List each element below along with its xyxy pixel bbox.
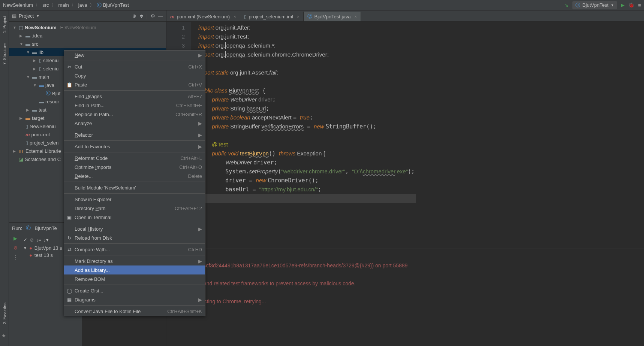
menu-item[interactable]: Show in Explorer <box>64 195 205 204</box>
close-icon[interactable]: × <box>297 14 299 19</box>
chevron-down-icon[interactable]: ▼ <box>26 75 31 79</box>
check-icon[interactable]: ✓ <box>23 237 27 243</box>
menu-item[interactable]: Delete...Delete <box>64 172 205 180</box>
chevron-right-icon[interactable]: ▶ <box>13 149 17 153</box>
breadcrumb-item[interactable]: src <box>42 2 49 8</box>
chevron-down-icon[interactable]: ▼ <box>19 42 24 46</box>
menu-item-label: New <box>75 52 84 58</box>
context-menu[interactable]: New▶✂CutCtrl+XCopy📋PasteCtrl+VFind Usage… <box>64 50 205 316</box>
chevron-down-icon[interactable]: ▼ <box>33 83 37 87</box>
menu-item[interactable]: Mark Directory as▶ <box>64 257 205 265</box>
chevron-right-icon[interactable]: ▶ <box>33 58 37 63</box>
menu-separator <box>64 243 205 244</box>
menu-item[interactable]: Optimize ImportsCtrl+Alt+O <box>64 163 205 172</box>
chevron-right-icon[interactable]: ▶ <box>19 116 24 120</box>
chevron-down-icon[interactable]: ▼ <box>36 14 39 18</box>
tree-item-path: E:\NewSelenium <box>60 25 96 30</box>
menu-item[interactable]: Build Module 'NewSelenium' <box>64 183 205 192</box>
menu-item[interactable]: Analyze▶ <box>64 119 205 128</box>
error-icon[interactable]: ⊘ <box>13 245 18 251</box>
menu-item-label: Paste <box>75 82 87 88</box>
editor-tab[interactable]: ▯project_selenium.iml× <box>240 12 304 21</box>
class-icon: Ⓒ <box>46 90 51 97</box>
tree-item-label: Bjut <box>52 91 60 96</box>
project-toolwindow-tab[interactable]: 1: Project <box>1 14 7 34</box>
chevron-down-icon: ▼ <box>611 3 614 7</box>
run-config-dropdown[interactable]: Ⓒ BjutVpnTest ▼ <box>572 1 617 9</box>
hide-icon[interactable]: — <box>158 13 163 19</box>
run-button[interactable]: ▶ <box>621 2 625 8</box>
breadcrumb-item[interactable]: main <box>58 2 69 8</box>
menu-item[interactable]: ▦Diagrams▶ <box>64 295 205 304</box>
gear-icon[interactable]: ⚙ <box>151 13 155 19</box>
menu-icon: ⇄ <box>66 247 72 252</box>
tree-item-label: java <box>45 82 54 88</box>
menu-item[interactable]: Reformat CodeCtrl+Alt+L <box>64 154 205 163</box>
build-icon[interactable]: ↘ <box>565 2 569 8</box>
sort-icon[interactable]: ↓≡ <box>36 237 41 243</box>
chevron-right-icon[interactable]: ▶ <box>19 34 24 38</box>
menu-separator <box>64 182 205 182</box>
chevron-right-icon[interactable]: ▶ <box>26 108 31 112</box>
breadcrumb-item[interactable]: BjutVpnTest <box>103 2 129 8</box>
code-content[interactable]: import org.junit.After; import org.junit… <box>191 22 644 249</box>
stop-button[interactable]: ■ <box>638 2 641 8</box>
tree-item[interactable]: ▼▬src <box>9 40 166 48</box>
tree-item-label: src <box>32 41 38 47</box>
filter-icon[interactable]: ↓▾ <box>43 237 49 243</box>
menu-separator <box>64 90 205 91</box>
editor-tab[interactable]: ⒸBjutVpnTest.java× <box>304 12 361 21</box>
console-output[interactable]: bin\java.exe ...29.6 (255758eccf3d244491… <box>166 249 644 309</box>
menu-item[interactable]: Replace in Path...Ctrl+Shift+R <box>64 110 205 119</box>
menu-item[interactable]: 📋PasteCtrl+V <box>64 80 205 89</box>
menu-shortcut: Ctrl+V <box>189 82 202 88</box>
menu-item[interactable]: ▣Open in Terminal <box>64 213 205 222</box>
menu-item[interactable]: Directory PathCtrl+Alt+F12 <box>64 204 205 213</box>
menu-item[interactable]: ◯Create Gist... <box>64 286 205 295</box>
debug-button[interactable]: 🐞 <box>628 2 634 8</box>
target-icon[interactable]: ⊕ <box>132 13 136 19</box>
editor-tab[interactable]: mpom.xml (NewSelenium)× <box>166 12 240 21</box>
close-icon[interactable]: × <box>234 14 236 19</box>
maven-icon: m <box>25 132 30 137</box>
menu-separator <box>64 305 205 306</box>
menu-shortcut: Ctrl+Shift+F <box>176 103 202 108</box>
settings-icon[interactable]: ≑ <box>139 13 144 19</box>
menu-item[interactable]: Convert Java File to Kotlin FileCtrl+Alt… <box>64 307 205 316</box>
submenu-arrow-icon: ▶ <box>198 52 202 58</box>
code-area[interactable]: 12345 import org.junit.After; import org… <box>166 22 644 249</box>
menu-item[interactable]: ↻Reload from Disk <box>64 233 205 242</box>
menu-item[interactable]: Find UsagesAlt+F7 <box>64 92 205 101</box>
menu-item[interactable]: Add as Library... <box>64 265 205 274</box>
chevron-down-icon[interactable]: ▼ <box>13 25 17 30</box>
folder-icon: ▬ <box>39 82 44 88</box>
menu-item-label: Compare With... <box>75 247 110 252</box>
menu-item[interactable]: Local History▶ <box>64 224 205 233</box>
breadcrumb-item[interactable]: NewSelenium <box>3 2 33 8</box>
menu-item[interactable]: ⇄Compare With...Ctrl+D <box>64 245 205 254</box>
rerun-button[interactable]: ▶ <box>13 236 17 241</box>
close-icon[interactable]: × <box>354 14 356 19</box>
tree-item[interactable]: ▶▬.idea <box>9 31 166 40</box>
chevron-right-icon[interactable]: ▶ <box>33 67 37 71</box>
dots-icon[interactable]: ⋮ <box>13 254 18 260</box>
structure-toolwindow-tab[interactable]: 7: Structure <box>1 42 7 66</box>
menu-item[interactable]: Add to Favorites▶ <box>64 142 205 151</box>
menu-item[interactable]: Copy <box>64 71 205 80</box>
star-icon[interactable]: ★ <box>1 333 7 339</box>
chevron-down-icon[interactable]: ▼ <box>26 50 31 54</box>
menu-shortcut: Ctrl+D <box>188 247 202 252</box>
menu-item[interactable]: Find in Path...Ctrl+Shift+F <box>64 101 205 110</box>
submenu-arrow-icon: ▶ <box>198 144 202 149</box>
menu-item[interactable]: New▶ <box>64 51 205 60</box>
menu-item[interactable]: Refactor▶ <box>64 130 205 139</box>
menu-item[interactable]: Remove BOM <box>64 274 205 283</box>
chevron-down-icon[interactable]: ▼ <box>23 246 27 250</box>
folder-icon: ▬ <box>25 115 30 121</box>
tree-root[interactable]: ▼ ▢ NewSelenium E:\NewSelenium <box>9 23 166 31</box>
slash-icon[interactable]: ⊘ <box>30 237 34 243</box>
class-icon: Ⓒ <box>575 2 580 9</box>
breadcrumb-item[interactable]: java <box>78 2 87 8</box>
favorites-toolwindow-tab[interactable]: 2: Favorites <box>1 301 7 325</box>
menu-item[interactable]: ✂CutCtrl+X <box>64 62 205 71</box>
